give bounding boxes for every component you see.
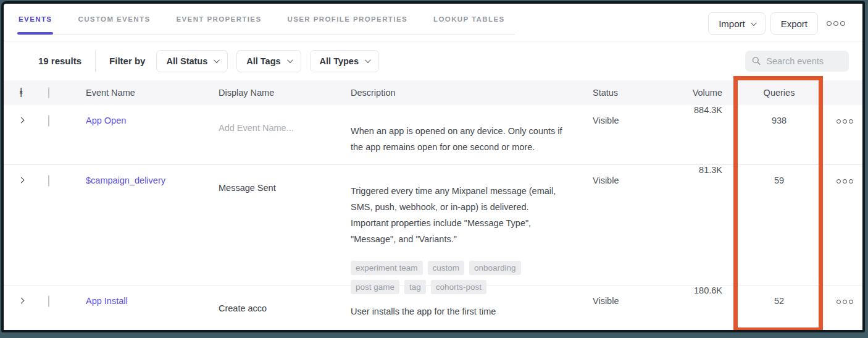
table-row: App Install Create acco User installs th… <box>4 285 862 330</box>
export-button-label: Export <box>781 19 807 29</box>
table-body: App Open Add Event Name... When an app i… <box>4 105 862 330</box>
event-description[interactable]: Triggered every time any Mixpanel messag… <box>344 183 582 247</box>
chevron-down-icon <box>365 57 371 63</box>
tag-chip[interactable]: onboarding <box>469 261 521 275</box>
types-filter-label: All Types <box>320 56 359 66</box>
top-bar: EVENTS CUSTOM EVENTS EVENT PROPERTIES US… <box>4 4 862 41</box>
tab-lookup-tables[interactable]: LOOKUP TABLES <box>433 4 505 34</box>
volume-value: 81.3K <box>660 165 729 294</box>
export-button[interactable]: Export <box>770 12 818 35</box>
dot-icon <box>827 21 832 26</box>
tab-bar: EVENTS CUSTOM EVENTS EVENT PROPERTIES US… <box>19 4 515 35</box>
row-actions-button[interactable] <box>833 296 862 308</box>
expand-row-button[interactable] <box>4 165 38 294</box>
dot-icon <box>843 119 847 124</box>
dot-icon <box>837 300 841 304</box>
table-row: $campaign_delivery Message Sent Triggere… <box>4 165 862 285</box>
row-actions-button[interactable] <box>833 175 862 187</box>
dot-icon <box>837 119 841 124</box>
row-checkbox[interactable] <box>48 295 49 307</box>
results-count: 19 results <box>38 56 81 66</box>
column-header-display-name[interactable]: Display Name <box>212 88 344 98</box>
volume-value: 884.3K <box>660 105 729 164</box>
divider <box>95 51 96 72</box>
dot-icon <box>837 179 841 184</box>
search-box[interactable] <box>745 51 849 72</box>
event-description[interactable]: User installs the app for the first time <box>344 285 582 330</box>
dot-icon <box>849 300 853 304</box>
types-filter-dropdown[interactable]: All Types <box>310 50 379 72</box>
column-header-event-name[interactable]: Event Name <box>79 88 212 98</box>
tags-filter-dropdown[interactable]: All Tags <box>236 50 301 72</box>
collapse-all-icon[interactable]: ↓↑ <box>4 88 38 97</box>
row-checkbox[interactable] <box>48 175 49 187</box>
import-button-label: Import <box>719 19 745 29</box>
table-header: ↓↑ Event Name Display Name Description S… <box>4 80 862 105</box>
volume-value: 180.6K <box>660 285 729 330</box>
table-row: App Open Add Event Name... When an app i… <box>4 105 862 165</box>
status-filter-dropdown[interactable]: All Status <box>156 50 228 72</box>
chevron-down-icon <box>287 57 293 63</box>
column-header-queries[interactable]: Queries <box>729 88 823 98</box>
search-input[interactable] <box>766 56 842 66</box>
display-name-field[interactable]: Create acco <box>212 285 344 330</box>
queries-value: 52 <box>729 285 823 330</box>
status-value: Visible <box>582 285 660 330</box>
status-value: Visible <box>582 165 660 294</box>
display-name-field[interactable]: Add Event Name... <box>212 105 344 164</box>
queries-value: 59 <box>729 165 823 294</box>
row-actions-button[interactable] <box>833 116 862 127</box>
import-button[interactable]: Import <box>708 12 766 35</box>
dot-icon <box>843 300 847 304</box>
filter-bar: 19 results Filter by All Status All Tags… <box>4 41 862 80</box>
tags-filter-label: All Tags <box>246 56 280 66</box>
lexicon-panel: EVENTS CUSTOM EVENTS EVENT PROPERTIES US… <box>1 1 865 332</box>
tab-user-profile-properties[interactable]: USER PROFILE PROPERTIES <box>288 4 408 34</box>
event-name-link[interactable]: $campaign_delivery <box>79 165 212 294</box>
toolbar-actions: Import Export <box>708 12 849 35</box>
dot-icon <box>843 179 847 184</box>
filter-by-label: Filter by <box>109 56 145 66</box>
tab-events[interactable]: EVENTS <box>19 4 52 34</box>
expand-row-button[interactable] <box>4 285 38 330</box>
column-header-volume[interactable]: Volume <box>660 88 729 98</box>
chevron-down-icon <box>214 57 220 63</box>
dot-icon <box>849 179 853 184</box>
dot-icon <box>833 21 838 26</box>
tab-event-properties[interactable]: EVENT PROPERTIES <box>176 4 261 34</box>
tag-chip[interactable]: custom <box>428 261 465 275</box>
display-name-field[interactable]: Message Sent <box>212 165 344 294</box>
event-name-link[interactable]: App Install <box>79 285 212 330</box>
search-icon <box>752 56 761 66</box>
status-value: Visible <box>582 105 660 164</box>
row-checkbox[interactable] <box>48 115 49 127</box>
column-header-status[interactable]: Status <box>582 88 660 98</box>
status-filter-label: All Status <box>166 56 207 66</box>
dot-icon <box>840 21 845 26</box>
tab-custom-events[interactable]: CUSTOM EVENTS <box>78 4 150 34</box>
event-description[interactable]: When an app is opened on any device. Onl… <box>344 105 582 164</box>
expand-row-button[interactable] <box>4 105 38 164</box>
overflow-menu-button[interactable] <box>823 17 849 30</box>
chevron-down-icon <box>751 20 757 26</box>
tag-chip[interactable]: experiment team <box>351 261 423 275</box>
dot-icon <box>849 119 853 124</box>
event-name-link[interactable]: App Open <box>79 105 212 164</box>
column-header-description[interactable]: Description <box>344 88 582 98</box>
select-all-checkbox[interactable] <box>48 87 49 98</box>
description-cell: Triggered every time any Mixpanel messag… <box>344 165 582 294</box>
queries-value: 938 <box>729 105 823 164</box>
